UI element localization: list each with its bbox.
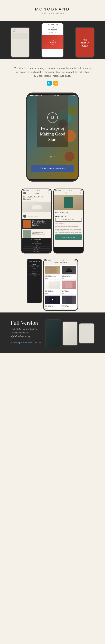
- product-phone-mockup: ●●●○ VIRGIN 4:25 PM 37% ‹ COATS 🛒 HIDE S…: [53, 188, 84, 253]
- qty-value: 1: [65, 216, 68, 217]
- star-shirt-price: $ 199: [45, 308, 60, 309]
- footer-cta-section: Full Version Pack of 30+ cool iPhone 6sc…: [0, 312, 105, 353]
- headline-start: Start: [48, 137, 57, 142]
- blog-shoe-image: [22, 202, 51, 212]
- splash-headline: Few Steps of Making Good Start: [27, 126, 78, 143]
- phone-left: Simplicity Life M... The kn...: [11, 27, 30, 58]
- status-bar: ●●●○○ VIRGIN ✦ 4:21 PM ✦ 22%: [27, 94, 78, 96]
- splash-screen-content: M Few Steps of Making Good Start SKIP f …: [27, 95, 78, 179]
- nav-item-help[interactable]: HELP: [29, 274, 40, 277]
- nav-phone-screen: MONOBRAND SHOP COLLECTIONS BLOG STOCKIST…: [28, 259, 41, 303]
- sweater-name: Floral Sweater: [62, 291, 76, 292]
- blog-product-label: LAROSE PARIS WOOL HATS: [22, 212, 51, 214]
- dark-blog-section: 5 New Albums That Playing in Our Office …: [22, 219, 51, 229]
- headline-making: Making Good: [40, 132, 65, 136]
- add-to-cart-label: ADD TO CART: [64, 219, 74, 220]
- product-status-bar: ●●●○ VIRGIN 4:25 PM 37%: [54, 189, 83, 191]
- brand-title: MONOBRAND: [4, 7, 101, 12]
- size-value: 38: [61, 216, 64, 217]
- nav-brand-label: MONOBRAND: [29, 261, 40, 262]
- footer-phone-1: [46, 320, 61, 348]
- phone-center: MONOBRAND SHOP COLLECTIONS BLOG STOCKIST…: [41, 23, 64, 58]
- blog-author: ANTON BUNDIMANO: [22, 214, 51, 218]
- headline-few-steps: Few Steps: [41, 126, 61, 131]
- footer-phone-3: [79, 323, 94, 344]
- product-header-label: COATS: [65, 192, 71, 194]
- nav-item-collections[interactable]: COLLECTIONS: [29, 266, 40, 268]
- blob-olive: [67, 106, 78, 116]
- blog-screen: BLOG ⚙ Simplicity That Makes My Life Mea…: [22, 191, 51, 252]
- blog-byline: The craft of Creative Projects: [22, 200, 51, 202]
- arrival-item-shirt[interactable]: Fall Simone Shirt with Ribbon $ 240: [45, 280, 61, 294]
- star-shirt-name: Star Printed Tee: [45, 306, 60, 307]
- phone-center-brand: MONOBRAND: [42, 24, 63, 26]
- description-body-text: The Foin Coat wbe perfect to a sleek, mi…: [54, 224, 83, 234]
- jacket-image: [45, 266, 60, 274]
- arrivals-header: NOW ARRIVALS: [44, 262, 77, 264]
- pants-image: [62, 296, 76, 304]
- phones-hero: Simplicity Life M... The kn... MONOBRAND…: [0, 21, 105, 59]
- pants-price: $ 289: [62, 308, 76, 309]
- splash-phone-section: ●●●○○ VIRGIN ✦ 4:21 PM ✦ 22% M Few Steps…: [0, 92, 105, 187]
- phone-center-menu: SHOP COLLECTIONS BLOG STOCKISTS ABOUT: [42, 26, 63, 35]
- skip-text[interactable]: SKIP: [50, 156, 55, 158]
- blog-article-title: Simplicity That Makes My Life Meaningful: [22, 195, 51, 200]
- nav-phone-mockup: MONOBRAND SHOP COLLECTIONS BLOG STOCKIST…: [27, 259, 42, 304]
- hat-price: $ 315: [62, 278, 76, 279]
- hat-image: [62, 266, 76, 274]
- blob-rust: [65, 152, 74, 161]
- sketch-icon: ⬡: [53, 81, 58, 86]
- sweater-price: $ 345: [62, 293, 76, 294]
- product-image: [54, 195, 83, 210]
- product-name-label: Foin Double Coat: [54, 212, 83, 214]
- arrival-item-sweater[interactable]: Fall Simone Floral Sweater $ 345: [61, 280, 77, 294]
- wishlist-label: ADD TO WISHLIST: [62, 237, 75, 238]
- description-text: The kit will is useful for young brands …: [14, 66, 91, 78]
- nav-item-shop[interactable]: SHOP: [29, 263, 40, 266]
- photoshop-icon: Ps: [47, 81, 52, 86]
- cart-icon[interactable]: 🛒: [80, 192, 82, 194]
- hat-name: Midnight Hat Grey: [62, 276, 76, 278]
- grooming-title: GROOMING LIKE A MONARCH: [32, 232, 50, 234]
- author-name: ANTON BUNDIMANO: [27, 216, 38, 217]
- nav-item-stockists[interactable]: STOCKISTS: [29, 270, 40, 272]
- facebook-icon: f: [40, 167, 41, 170]
- phone-right: R AND Steps ofGood: [75, 27, 94, 58]
- add-to-cart-button[interactable]: ⊕ ADD TO CART: [55, 218, 82, 222]
- arrivals-phone-mockup: ●●●○ VIRGIN 4:21 PM 29% NOW ARRIVALS Con…: [43, 259, 78, 311]
- arrival-item-hat[interactable]: Connor Socks Midnight Hat Grey $ 315: [61, 265, 77, 280]
- status-battery: ✦ 22%: [70, 95, 75, 96]
- jacket-name: Classic Rider Jacket: [45, 276, 60, 278]
- jacket-price: $ 370: [45, 278, 60, 279]
- header-section: MONOBRAND FREE IOS SAMPLES: [0, 0, 105, 18]
- blog-status-bar: ●●●○ VIRGIN 4:21 PM 25%: [22, 189, 51, 191]
- splash-phone-mockup: ●●●○○ VIRGIN ✦ 4:21 PM ✦ 22% M Few Steps…: [26, 92, 79, 182]
- sweater-image: [62, 280, 76, 289]
- new-arrivals-section: MONOBRAND SHOP COLLECTIONS BLOG STOCKIST…: [0, 257, 105, 312]
- facebook-connect-button[interactable]: f FACEBOOK CONNECT: [31, 165, 74, 172]
- product-options: COLOR BLACK SIZE 38 QTY 1: [54, 214, 83, 217]
- nav-item-about[interactable]: ABOUT: [29, 272, 40, 274]
- arrival-item-jacket[interactable]: Conner Ives Classic Rider Jacket $ 370: [45, 265, 61, 280]
- footer-title: Full Version: [11, 320, 46, 326]
- blog-header: BLOG ⚙: [22, 191, 51, 195]
- shirt-name: Shirt with Ribbon: [45, 291, 60, 292]
- grooming-image: [23, 230, 31, 238]
- nav-item-blog[interactable]: BLOG: [29, 268, 40, 270]
- add-to-wishlist-button[interactable]: ADD TO WISHLIST: [55, 234, 82, 240]
- footer-phone-2: [62, 321, 78, 346]
- cart-btn-icon: ⊕: [63, 219, 64, 220]
- arrivals-title-label: NOW ARRIVALS: [45, 262, 77, 264]
- status-carrier: ●●●○○ VIRGIN ✦: [30, 95, 42, 96]
- product-brand-label: HIDE STUDIO: [54, 210, 83, 212]
- shirt-image: [45, 280, 60, 289]
- blog-phone-mockup: ●●●○ VIRGIN 4:21 PM 25% BLOG ⚙ Simplicit…: [21, 188, 52, 253]
- shirt-price: $ 240: [45, 293, 60, 294]
- grooming-sub: MIKE AND WINTERHORSE: [32, 234, 50, 235]
- pants-name: Ace Cash Jean: [62, 306, 76, 307]
- arrival-item-pants[interactable]: Jean Maller Ace Cash Jean $ 289: [61, 295, 77, 309]
- back-icon[interactable]: ‹: [55, 192, 56, 194]
- footer-link[interactable]: GREATSIMPLE.RU/MONOBRAND-IOS: [11, 342, 46, 344]
- arrival-item-star-shirt[interactable]: ✦ Jean Maller Star Printed Tee $ 199: [45, 295, 61, 309]
- nav-item-settings[interactable]: SETTINGS: [29, 277, 40, 279]
